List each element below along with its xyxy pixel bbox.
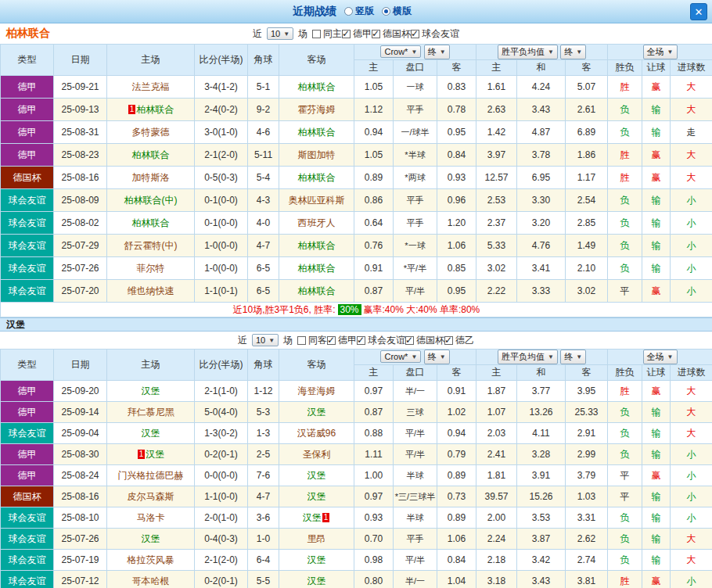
layout-radio[interactable]: 横版 [382, 5, 412, 18]
match-date: 25-09-21 [54, 76, 107, 99]
col-header-away: 客场 [279, 350, 354, 381]
away-team-name[interactable]: 斯图加特 [298, 149, 336, 160]
asia-away-odds: 0.85 [437, 257, 476, 280]
match-date: 25-09-20 [54, 381, 107, 402]
away-team-name[interactable]: 海登海姆 [298, 385, 336, 396]
euro-final-select[interactable]: 终▼ [560, 45, 586, 59]
home-team-cell: 菲尔特 [107, 257, 195, 280]
filter-checkbox[interactable]: 德乙 [444, 334, 474, 347]
away-team-name[interactable]: 里昂 [307, 533, 326, 544]
union-results-table: 类型 日期 主场 比分(半场) 角球 客场 Crow*▼ 终▼ 胜平负均值▼ 终… [0, 44, 712, 317]
asia-final-select[interactable]: 终▼ [424, 350, 450, 364]
filter-checkbox[interactable]: 德甲 [327, 334, 357, 347]
checkbox-label: 德乙 [455, 334, 474, 347]
scope-select[interactable]: 全场▼ [643, 350, 678, 364]
corner-cell: 3-6 [248, 507, 279, 529]
euro-average-select[interactable]: 胜平负均值▼ [498, 350, 558, 364]
home-team-name[interactable]: 汉堡 [142, 385, 160, 396]
checkbox-icon [444, 336, 453, 345]
asia-handicap: 平手 [394, 212, 437, 235]
bookmaker-select[interactable]: Crow*▼ [380, 45, 421, 58]
away-team-name[interactable]: 柏林联合 [298, 127, 336, 138]
filter-checkbox[interactable]: 德国杯 [372, 27, 411, 41]
home-team-name[interactable]: 柏林联合 [132, 217, 170, 228]
away-team-name[interactable]: 柏林联合 [298, 285, 336, 296]
bookmaker-select[interactable]: Crow*▼ [380, 350, 421, 363]
eu-draw-odds: 3.91 [517, 465, 566, 486]
goals-result-cell: 走 [671, 121, 712, 144]
home-team-name[interactable]: 多特蒙德 [132, 127, 170, 138]
home-team-name[interactable]: 门兴格拉德巴赫 [118, 470, 184, 481]
filter-checkbox[interactable]: 同主 [312, 27, 342, 41]
home-team-name[interactable]: 拜仁慕尼黑 [128, 407, 174, 418]
result-cell: 胜 [608, 571, 642, 588]
goals-result-cell: 小 [671, 571, 712, 588]
home-team-name[interactable]: 汉堡 [142, 533, 160, 544]
handicap-result-cell: 输 [642, 507, 671, 529]
filter-checkbox[interactable]: 德国杯 [405, 334, 444, 347]
home-team-name[interactable]: 格拉茨风暴 [128, 554, 174, 565]
filter-checkbox[interactable]: 同客 [297, 334, 327, 347]
away-team-cell: 柏林联合 [279, 76, 354, 99]
away-team-name[interactable]: 柏林联合 [298, 240, 336, 251]
corner-cell: 1-0 [248, 529, 279, 550]
asia-home-odds: 0.89 [354, 167, 394, 189]
chevron-down-icon: ▼ [667, 48, 674, 56]
away-team-name[interactable]: 柏林联合 [298, 172, 336, 183]
eu-draw-odds: 3.20 [517, 212, 566, 235]
home-team-name[interactable]: 皮尔马森斯 [128, 491, 174, 502]
home-team-name[interactable]: 马洛卡 [137, 512, 165, 523]
home-team-name[interactable]: 柏林联合 [132, 149, 170, 160]
col-header-score: 比分(半场) [195, 45, 248, 76]
eu-draw-odds: 3.41 [517, 257, 566, 280]
col-header-corner: 角球 [248, 350, 279, 381]
home-team-name[interactable]: 维也纳快速 [128, 285, 174, 296]
home-team-name[interactable]: 汉堡 [142, 428, 160, 439]
filter-checkbox[interactable]: 球会友谊 [357, 334, 405, 347]
asia-handicap: 一球 [394, 76, 437, 99]
col-header-eu-home: 主 [476, 365, 517, 381]
euro-average-select[interactable]: 胜平负均值▼ [498, 45, 558, 59]
home-team-name[interactable]: 加特斯洛 [132, 172, 170, 183]
filter-checkbox[interactable]: 德甲 [342, 27, 372, 41]
asia-away-odds: 1.06 [437, 235, 476, 257]
home-team-name[interactable]: 法兰克福 [132, 81, 170, 92]
home-team-name[interactable]: 菲尔特 [137, 263, 165, 274]
euro-final-select[interactable]: 终▼ [560, 350, 586, 364]
match-count-select[interactable]: 10▼ [252, 334, 279, 346]
away-team-name[interactable]: 汉诺威96 [297, 428, 336, 439]
eu-draw-odds: 3.30 [517, 189, 566, 212]
eu-away-odds: 2.62 [566, 529, 608, 550]
home-team-name[interactable]: 汉堡 [146, 449, 164, 460]
away-team-name[interactable]: 西班牙人 [298, 217, 336, 228]
away-team-name[interactable]: 霍芬海姆 [298, 104, 336, 115]
home-team-name[interactable]: 哥本哈根 [132, 575, 170, 586]
close-button[interactable]: ✕ [690, 3, 707, 20]
scope-select[interactable]: 全场▼ [643, 45, 678, 59]
away-team-name[interactable]: 汉堡 [307, 554, 326, 565]
away-team-name[interactable]: 奥林匹亚科斯 [289, 195, 345, 206]
home-team-cell: 汉堡 [107, 381, 195, 402]
filter-checkbox[interactable]: 球会友谊 [411, 27, 459, 41]
away-team-name[interactable]: 柏林联合 [298, 81, 336, 92]
away-team-name[interactable]: 汉堡 [303, 512, 322, 523]
away-team-name[interactable]: 汉堡 [307, 575, 326, 586]
home-team-name[interactable]: 柏林联合(中) [124, 195, 178, 206]
home-team-cell: 格拉茨风暴 [107, 550, 195, 571]
col-header-asia-away: 客 [437, 60, 476, 76]
result-cell: 负 [608, 189, 642, 212]
away-team-name[interactable]: 汉堡 [307, 470, 326, 481]
match-count-select[interactable]: 10▼ [267, 27, 293, 40]
home-team-name[interactable]: 舒云霍特(中) [124, 240, 178, 251]
away-team-name[interactable]: 圣保利 [303, 449, 331, 460]
away-team-name[interactable]: 汉堡 [307, 407, 326, 418]
away-team-name[interactable]: 汉堡 [307, 491, 326, 502]
col-header-date: 日期 [54, 350, 107, 381]
asia-final-select[interactable]: 终▼ [424, 45, 450, 59]
away-team-name[interactable]: 柏林联合 [298, 263, 336, 274]
home-team-name[interactable]: 柏林联合 [136, 104, 174, 115]
eu-draw-odds: 4.11 [517, 423, 566, 444]
corner-cell: 4-3 [248, 189, 279, 212]
asia-home-odds: 0.88 [354, 423, 394, 444]
layout-radio[interactable]: 竖版 [344, 5, 374, 18]
